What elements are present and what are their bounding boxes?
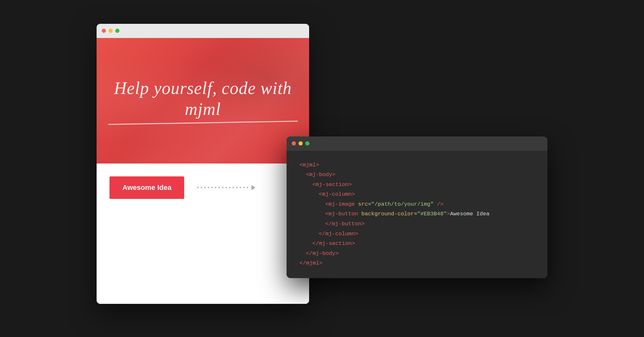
code-line-8: </mj-column>	[299, 229, 535, 239]
arrow-head-icon	[251, 185, 255, 190]
code-line-10: </mj-body>	[299, 249, 535, 259]
code-tag: <mjml>	[299, 160, 319, 170]
code-attr: src	[358, 200, 368, 210]
code-tag: </mj-section>	[312, 239, 355, 249]
code-traffic-light-green[interactable]	[305, 141, 309, 145]
code-tag: <mj-section>	[312, 180, 352, 190]
code-content: <mjml> <mj-body> <mj-section> <mj-column…	[287, 151, 547, 278]
code-text-content: Awesome Idea	[450, 209, 489, 219]
code-line-6: <mj-button background-color="#EB3B48">Aw…	[299, 209, 535, 219]
awesome-idea-button[interactable]: Awesome Idea	[109, 176, 184, 199]
scene: Help yourself, code with mjml Awesome Id…	[97, 24, 547, 314]
hero-underline	[108, 121, 298, 125]
dot-1	[197, 187, 199, 188]
preview-body: Awesome Idea	[97, 164, 309, 212]
code-line-7: </mj-button>	[299, 219, 535, 229]
dot-6	[215, 187, 216, 188]
code-text: =	[368, 200, 371, 210]
code-line-1: <mjml>	[299, 160, 535, 170]
preview-window: Help yourself, code with mjml Awesome Id…	[97, 24, 309, 304]
code-tag: <mj-body>	[306, 170, 336, 180]
hero-text: Help yourself, code with mjml	[97, 78, 309, 120]
code-line-4: <mj-column>	[299, 190, 535, 200]
code-titlebar	[287, 136, 547, 151]
code-line-2: <mj-body>	[299, 170, 535, 180]
code-tag: <mj-button	[325, 209, 361, 219]
dot-10	[229, 187, 231, 188]
code-value: "/path/to/your/img"	[371, 200, 434, 210]
dot-15	[247, 187, 248, 188]
code-tag: <mj-image	[325, 200, 358, 210]
code-line-3: <mj-section>	[299, 180, 535, 190]
code-tag: <mj-column>	[319, 190, 355, 200]
dot-12	[236, 187, 238, 188]
code-tag: >	[447, 209, 450, 219]
code-line-11: </mjml>	[299, 258, 535, 268]
code-traffic-light-red[interactable]	[292, 141, 296, 145]
dot-5	[211, 187, 213, 188]
dot-13	[240, 187, 241, 188]
preview-hero: Help yourself, code with mjml	[97, 38, 309, 164]
code-tag: </mj-column>	[319, 229, 358, 239]
dot-3	[204, 187, 206, 188]
code-tag: </mjml>	[299, 258, 322, 268]
code-traffic-light-yellow[interactable]	[298, 141, 303, 145]
preview-titlebar	[97, 24, 309, 38]
code-text: =	[414, 209, 417, 219]
arrow-dots	[197, 185, 296, 190]
traffic-light-green[interactable]	[115, 29, 119, 33]
dot-4	[208, 187, 209, 188]
preview-content: Help yourself, code with mjml Awesome Id…	[97, 38, 309, 304]
code-tag: />	[434, 200, 444, 210]
code-tag: </mj-button>	[325, 219, 365, 229]
dot-9	[225, 187, 227, 188]
traffic-light-yellow[interactable]	[109, 29, 113, 33]
traffic-light-red[interactable]	[102, 29, 106, 33]
code-line-5: <mj-image src="/path/to/your/img" />	[299, 200, 535, 210]
code-value: "#EB3B48"	[417, 209, 447, 219]
dot-14	[243, 187, 245, 188]
code-window: <mjml> <mj-body> <mj-section> <mj-column…	[287, 136, 547, 278]
code-attr: background-color	[361, 209, 414, 219]
dot-11	[232, 187, 234, 188]
code-line-9: </mj-section>	[299, 239, 535, 249]
dot-2	[201, 187, 202, 188]
dot-7	[218, 187, 220, 188]
dot-8	[222, 187, 223, 188]
code-tag: </mj-body>	[306, 249, 339, 259]
